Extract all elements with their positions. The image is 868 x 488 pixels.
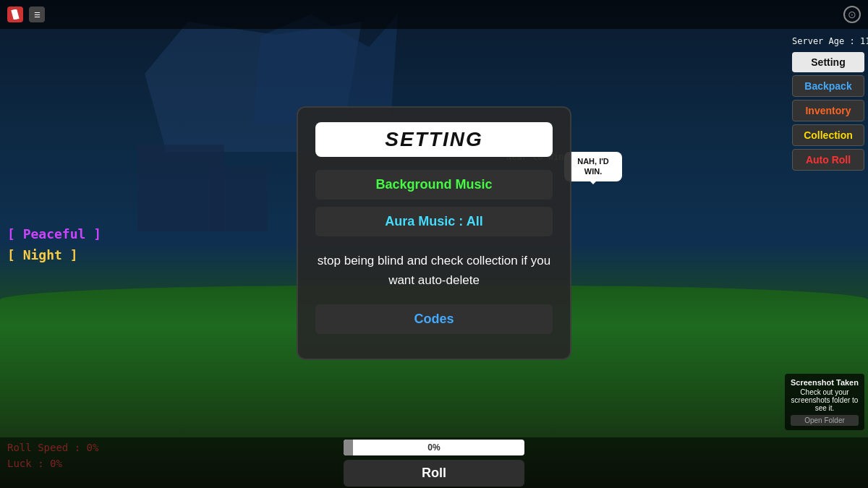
aura-music-button[interactable]: Aura Music : All [315, 207, 553, 236]
modal-message: stop being blind and check collection if… [315, 251, 553, 290]
modal-title-wrap: Setting [315, 122, 553, 157]
settings-modal: Setting Background Music Aura Music : Al… [297, 106, 571, 360]
modal-title: Setting [330, 128, 538, 151]
codes-button[interactable]: Codes [315, 304, 553, 334]
background-music-button[interactable]: Background Music [315, 170, 553, 200]
modal-overlay: Setting Background Music Aura Music : Al… [0, 0, 868, 488]
